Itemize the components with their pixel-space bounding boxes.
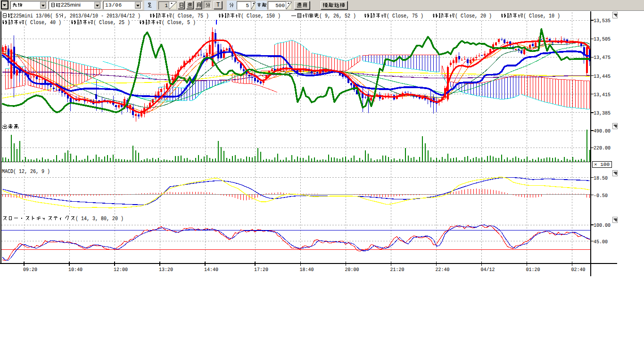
svg-text:( 14, 3, 80, 20 ): ( 14, 3, 80, 20 ) xyxy=(75,215,124,222)
svg-text:100.00: 100.00 xyxy=(594,223,611,229)
svg-text:13,535: 13,535 xyxy=(594,18,611,24)
svg-text:17:20: 17:20 xyxy=(254,267,268,273)
svg-text:( Close, 20 ): ( Close, 20 ) xyxy=(455,13,492,19)
svg-text:( Close, 75 ): ( Close, 75 ) xyxy=(172,13,209,19)
svg-text:MACD( 12, 26, 9 ): MACD( 12, 26, 9 ) xyxy=(2,168,50,175)
svg-text:× 100: × 100 xyxy=(594,163,610,168)
svg-text:225mini 13/06( 5: 225mini 13/06( 5 xyxy=(13,13,58,19)
svg-text:220.00: 220.00 xyxy=(594,146,611,151)
svg-text:14:40: 14:40 xyxy=(204,267,218,273)
svg-text:18.50: 18.50 xyxy=(594,176,608,181)
svg-text:09:20: 09:20 xyxy=(23,267,37,273)
svg-text:20:00: 20:00 xyxy=(345,267,359,273)
svg-text:13:20: 13:20 xyxy=(159,267,173,273)
svg-text:04/12: 04/12 xyxy=(481,267,495,273)
svg-text:-0.50: -0.50 xyxy=(594,193,608,199)
svg-text:( Close, 25 ): ( Close, 25 ) xyxy=(93,19,130,26)
svg-text:( Close, 150 ): ( Close, 150 ) xyxy=(241,13,281,19)
svg-text:13,415: 13,415 xyxy=(594,92,611,98)
svg-text:10:40: 10:40 xyxy=(68,267,83,273)
svg-text:02:40: 02:40 xyxy=(571,267,586,273)
svg-text:45.00: 45.00 xyxy=(594,239,608,245)
svg-text:13,445: 13,445 xyxy=(594,74,611,80)
svg-text:( Close, 75 ): ( Close, 75 ) xyxy=(387,13,423,19)
svg-text:13,475: 13,475 xyxy=(594,55,611,61)
svg-text:( Close, 5 ): ( Close, 5 ) xyxy=(162,19,196,26)
svg-text:13,385: 13,385 xyxy=(594,111,611,116)
svg-text:21:20: 21:20 xyxy=(390,267,405,273)
svg-text:01:20: 01:20 xyxy=(526,267,540,273)
svg-text:( Close, 10 ): ( Close, 10 ) xyxy=(523,13,560,19)
svg-text:13,505: 13,505 xyxy=(594,37,611,42)
svg-text:18:40: 18:40 xyxy=(300,267,314,273)
svg-text:, 2013/04/10 - 2013/04/12 ): , 2013/04/10 - 2013/04/12 ) xyxy=(64,13,140,19)
svg-text:225mini: 225mini xyxy=(61,2,81,8)
svg-text:12:00: 12:00 xyxy=(114,267,128,273)
svg-text:( 9, 26, 52 ): ( 9, 26, 52 ) xyxy=(319,13,356,19)
svg-text:22:40: 22:40 xyxy=(436,267,450,273)
svg-text:( Close, 40 ): ( Close, 40 ) xyxy=(25,19,61,26)
svg-text:490.00: 490.00 xyxy=(594,129,611,134)
